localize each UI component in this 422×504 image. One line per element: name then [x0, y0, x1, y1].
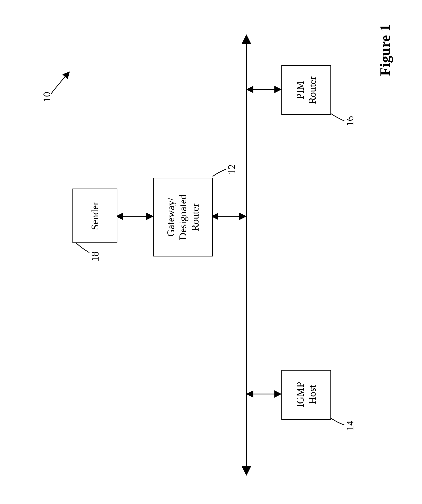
sender-label: Sender [89, 202, 101, 230]
ref-10: 10 [41, 92, 53, 102]
igmp-label: IGMP Host [294, 382, 319, 407]
pim-router-box: PIM Router [281, 65, 331, 115]
gateway-label-line1: Gateway/ [165, 198, 176, 237]
ref-16: 16 [344, 116, 356, 126]
ref-14: 14 [344, 421, 356, 431]
diagram-canvas: Sender Gateway/ Designated Router IGMP H… [0, 0, 422, 504]
gateway-label: Gateway/ Designated Router [165, 194, 201, 240]
gateway-label-line3: Router [190, 203, 201, 231]
igmp-label-line1: IGMP [295, 382, 306, 407]
ref-18: 18 [89, 251, 101, 262]
gateway-box: Gateway/ Designated Router [153, 178, 213, 256]
pim-label-line2: Router [307, 76, 318, 104]
ref-12: 12 [226, 164, 237, 175]
figure-label: Figure 1 [377, 24, 393, 76]
igmp-label-line2: Host [307, 385, 318, 404]
igmp-host-box: IGMP Host [281, 370, 331, 420]
sender-box: Sender [72, 189, 117, 243]
pim-label-line1: PIM [295, 81, 306, 99]
gateway-label-line2: Designated [178, 194, 189, 240]
pim-label: PIM Router [294, 76, 319, 104]
